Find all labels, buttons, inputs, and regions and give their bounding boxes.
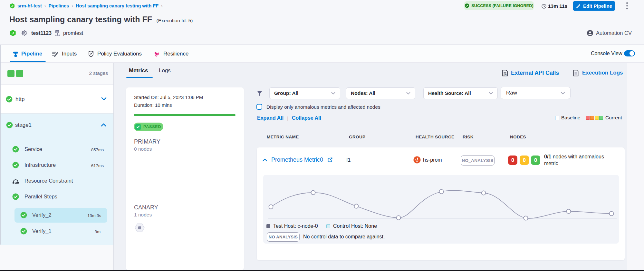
svg-text:API: API <box>503 74 506 75</box>
